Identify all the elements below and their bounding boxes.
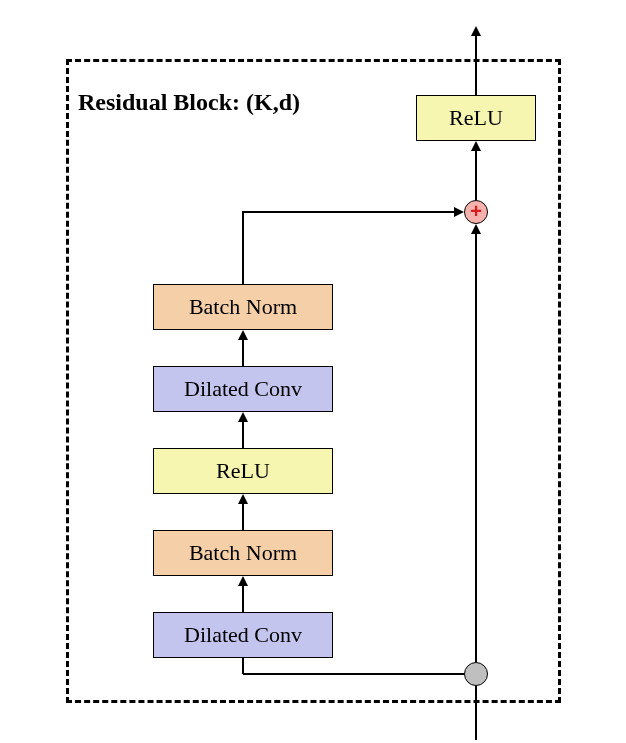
arrow-skip xyxy=(471,224,481,234)
add-node-icon: + xyxy=(464,200,488,224)
plus-icon: + xyxy=(470,201,482,221)
relu-1: ReLU xyxy=(153,448,333,494)
connector-out-h xyxy=(242,211,454,213)
diagram-title: Residual Block: (K,d) xyxy=(78,89,300,116)
connector-add-relu xyxy=(475,151,477,200)
arrow-a1 xyxy=(238,576,248,586)
arrow-add-relu xyxy=(471,141,481,151)
connector-a2 xyxy=(242,504,244,530)
connector-a3 xyxy=(242,422,244,448)
connector-split-v xyxy=(242,658,244,674)
connector-input xyxy=(475,686,477,740)
arrow-into-add xyxy=(454,207,464,217)
dilated-conv-1: Dilated Conv xyxy=(153,612,333,658)
arrow-a4 xyxy=(238,330,248,340)
connector-skip xyxy=(475,234,477,662)
relu-output: ReLU xyxy=(416,95,536,141)
connector-out-v xyxy=(242,211,244,284)
batch-norm-2: Batch Norm xyxy=(153,284,333,330)
arrow-a3 xyxy=(238,412,248,422)
connector-a4 xyxy=(242,340,244,366)
arrow-a2 xyxy=(238,494,248,504)
dilated-conv-2: Dilated Conv xyxy=(153,366,333,412)
batch-norm-1: Batch Norm xyxy=(153,530,333,576)
connector-output xyxy=(475,36,477,95)
arrow-output xyxy=(471,26,481,36)
connector-a1 xyxy=(242,586,244,612)
connector-split-h xyxy=(243,673,464,675)
split-node-icon xyxy=(464,662,488,686)
